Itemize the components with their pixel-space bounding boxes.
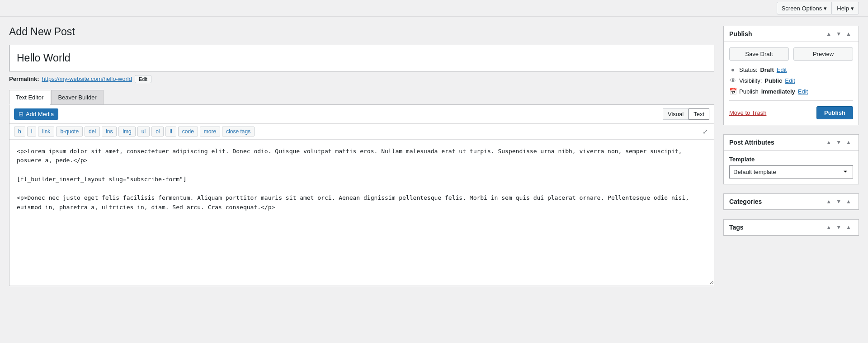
- publish-box-controls: ▲ ▼ ▲: [824, 30, 853, 38]
- status-icon: ●: [729, 66, 736, 73]
- permalink-row: Permalink: https://my-website.com/hello-…: [9, 75, 714, 83]
- publish-time-value: immediately: [761, 88, 795, 95]
- post-title-input[interactable]: [9, 45, 714, 71]
- tags-box: Tags ▲ ▼ ▲: [723, 219, 859, 236]
- chevron-down-icon: ▾: [851, 5, 854, 12]
- permalink-edit-button[interactable]: Edit: [135, 75, 151, 83]
- move-to-trash-button[interactable]: Move to Trash: [729, 109, 766, 116]
- tags-header: Tags ▲ ▼ ▲: [724, 220, 859, 235]
- categories-controls: ▲ ▼ ▲: [824, 197, 853, 206]
- publish-box: Publish ▲ ▼ ▲ Save Draft Preview ● Statu…: [723, 26, 859, 125]
- publish-box-title: Publish: [729, 30, 752, 38]
- publish-time-label: Publish: [739, 88, 759, 95]
- categories-up-button[interactable]: ▲: [824, 197, 833, 206]
- format-li-button[interactable]: li: [165, 127, 176, 136]
- page-title: Add New Post: [9, 26, 714, 38]
- visual-toggle-button[interactable]: Visual: [663, 108, 689, 120]
- format-b-button[interactable]: b: [14, 127, 25, 136]
- content-area: Add New Post Permalink: https://my-websi…: [0, 17, 868, 295]
- editor-tabs: Text Editor Beaver Builder: [9, 90, 714, 104]
- publish-status-row: ● Status: Draft Edit: [729, 66, 853, 73]
- visual-text-toggle: Visual Text: [663, 108, 709, 120]
- editor-container: ⊞ Add Media Visual Text b i link b-quote…: [9, 104, 714, 286]
- publish-time-row: 📅 Publish immediately Edit: [729, 88, 853, 95]
- categories-close-button[interactable]: ▲: [844, 197, 853, 206]
- format-toolbar: b i link b-quote del ins img ul ol li co…: [9, 124, 714, 140]
- sidebar: Publish ▲ ▼ ▲ Save Draft Preview ● Statu…: [723, 26, 859, 286]
- visibility-value: Public: [764, 77, 782, 84]
- text-toggle-button[interactable]: Text: [689, 108, 709, 120]
- screen-options-button[interactable]: Screen Options ▾: [777, 2, 832, 14]
- post-attributes-title: Post Attributes: [729, 139, 774, 146]
- expand-editor-button[interactable]: ⤢: [701, 127, 709, 136]
- format-del-button[interactable]: del: [85, 127, 100, 136]
- publish-collapse-down-button[interactable]: ▼: [834, 30, 843, 38]
- add-media-button[interactable]: ⊞ Add Media: [14, 108, 58, 120]
- publish-time-edit-link[interactable]: Edit: [798, 88, 808, 95]
- tab-beaver-builder[interactable]: Beaver Builder: [51, 90, 103, 104]
- categories-title: Categories: [729, 198, 762, 205]
- top-bar: Screen Options ▾ Help ▾: [0, 0, 868, 17]
- post-attributes-close-button[interactable]: ▲: [844, 138, 853, 146]
- visibility-edit-link[interactable]: Edit: [785, 77, 795, 84]
- format-bquote-button[interactable]: b-quote: [56, 127, 83, 136]
- visibility-icon: 👁: [729, 77, 736, 84]
- screen-options-label: Screen Options: [782, 5, 822, 12]
- status-value: Draft: [760, 66, 774, 73]
- status-label: Status:: [739, 66, 757, 73]
- publish-button[interactable]: Publish: [816, 106, 853, 119]
- publish-box-content: Save Draft Preview ● Status: Draft Edit …: [724, 42, 859, 125]
- help-label: Help: [837, 5, 849, 12]
- categories-down-button[interactable]: ▼: [834, 197, 843, 206]
- post-attributes-down-button[interactable]: ▼: [834, 138, 843, 146]
- tags-close-button[interactable]: ▲: [844, 223, 853, 231]
- visibility-label: Visibility:: [739, 77, 762, 84]
- format-ul-button[interactable]: ul: [137, 127, 150, 136]
- format-closetags-button[interactable]: close tags: [222, 127, 255, 136]
- publish-close-button[interactable]: ▲: [844, 30, 853, 38]
- tags-controls: ▲ ▼ ▲: [824, 223, 853, 231]
- preview-button[interactable]: Preview: [793, 47, 853, 61]
- tab-text-editor[interactable]: Text Editor: [9, 90, 50, 105]
- post-attributes-header: Post Attributes ▲ ▼ ▲: [724, 135, 859, 150]
- format-i-button[interactable]: i: [27, 127, 37, 136]
- format-img-button[interactable]: img: [118, 127, 135, 136]
- post-content-textarea[interactable]: <p>Lorem ipsum dolor sit amet, consectet…: [9, 140, 714, 284]
- categories-header: Categories ▲ ▼ ▲: [724, 194, 859, 210]
- publish-bottom: Move to Trash Publish: [729, 100, 853, 119]
- post-attributes-up-button[interactable]: ▲: [824, 138, 833, 146]
- editor-toolbar-top: ⊞ Add Media Visual Text: [9, 105, 714, 124]
- format-code-button[interactable]: code: [178, 127, 198, 136]
- publish-actions-top: Save Draft Preview: [729, 47, 853, 61]
- format-more-button[interactable]: more: [200, 127, 220, 136]
- publish-visibility-row: 👁 Visibility: Public Edit: [729, 77, 853, 84]
- format-link-button[interactable]: link: [38, 127, 54, 136]
- template-select[interactable]: Default template: [729, 165, 853, 179]
- help-button[interactable]: Help ▾: [832, 2, 859, 14]
- status-edit-link[interactable]: Edit: [777, 66, 787, 73]
- tags-title: Tags: [729, 224, 744, 231]
- calendar-icon: 📅: [729, 88, 736, 95]
- publish-collapse-up-button[interactable]: ▲: [824, 30, 833, 38]
- permalink-label: Permalink:: [9, 75, 39, 82]
- tags-down-button[interactable]: ▼: [834, 223, 843, 231]
- main-editor: Add New Post Permalink: https://my-websi…: [9, 26, 714, 286]
- post-attributes-box: Post Attributes ▲ ▼ ▲ Template Default t…: [723, 134, 859, 184]
- categories-box: Categories ▲ ▼ ▲: [723, 193, 859, 210]
- post-attributes-controls: ▲ ▼ ▲: [824, 138, 853, 146]
- publish-box-header: Publish ▲ ▼ ▲: [724, 26, 859, 42]
- add-media-label: Add Media: [26, 111, 54, 117]
- save-draft-button[interactable]: Save Draft: [729, 47, 789, 61]
- add-media-icon: ⊞: [19, 111, 24, 117]
- tags-up-button[interactable]: ▲: [824, 223, 833, 231]
- template-label: Template: [729, 156, 853, 163]
- format-ol-button[interactable]: ol: [151, 127, 164, 136]
- post-attributes-content: Template Default template: [724, 150, 859, 184]
- chevron-down-icon: ▾: [824, 5, 827, 12]
- format-ins-button[interactable]: ins: [102, 127, 117, 136]
- permalink-link[interactable]: https://my-website.com/hello-world: [42, 75, 132, 82]
